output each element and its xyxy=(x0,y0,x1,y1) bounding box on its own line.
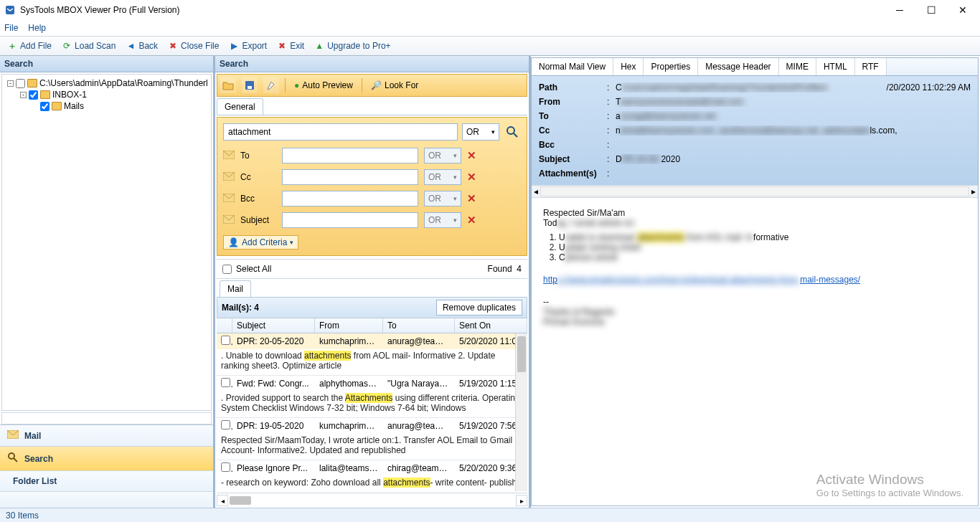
mail-to: "Ugra Narayan P... xyxy=(383,376,455,391)
chevron-down-icon: ▾ xyxy=(453,152,457,159)
remove-subject-button[interactable]: ✕ xyxy=(467,214,476,227)
to-operator-select[interactable]: OR▾ xyxy=(424,148,461,163)
criteria-subject-row: Subject OR▾ ✕ xyxy=(223,212,521,228)
mails-count-label: Mail(s): 4 xyxy=(222,303,259,313)
close-button[interactable]: ✕ xyxy=(953,3,973,17)
main-toolbar: ＋Add File ⟳Load Scan ◄Back ✖Close File ▶… xyxy=(0,36,980,56)
back-button[interactable]: ◄Back xyxy=(121,39,162,52)
open-icon[interactable] xyxy=(220,77,236,93)
tree-inbox-checkbox[interactable] xyxy=(29,90,38,100)
mail-checkbox[interactable] xyxy=(221,378,230,387)
mail-snippet: . Unable to download attachments from AO… xyxy=(217,349,527,375)
look-for-button[interactable]: 🔎Look For xyxy=(368,79,421,92)
bcc-input[interactable] xyxy=(282,191,418,207)
tree-root-row[interactable]: - C:\Users\admin\AppData\Roaming\Thunder… xyxy=(4,77,209,89)
to-input[interactable] xyxy=(282,148,418,163)
export-button[interactable]: ▶Export xyxy=(225,39,271,52)
auto-preview-button[interactable]: ●Auto Preview xyxy=(291,79,356,92)
exit-icon: ✖ xyxy=(277,41,287,51)
menu-help[interactable]: Help xyxy=(28,23,46,33)
clear-icon[interactable] xyxy=(263,77,279,93)
nav-mail[interactable]: Mail xyxy=(0,425,213,447)
mail-tab[interactable]: Mail xyxy=(220,280,251,297)
mail-checkbox[interactable] xyxy=(221,462,230,472)
exit-button[interactable]: ✖Exit xyxy=(273,39,308,52)
preview-tab-message-header[interactable]: Message Header xyxy=(698,58,778,75)
preview-tab-html[interactable]: HTML xyxy=(816,58,855,75)
collapse-icon[interactable]: - xyxy=(20,92,27,98)
window-title: SysTools MBOX Viewer Pro (Full Version) xyxy=(20,5,890,15)
mail-list-vscroll[interactable] xyxy=(515,333,527,491)
envelope-icon xyxy=(223,194,235,204)
upgrade-button[interactable]: ▲Upgrade to Pro+ xyxy=(310,39,395,52)
bcc-operator-select[interactable]: OR▾ xyxy=(424,191,461,207)
folder-tree[interactable]: - C:\Users\admin\AppData\Roaming\Thunder… xyxy=(1,74,212,411)
export-icon: ▶ xyxy=(229,41,239,51)
select-all-checkbox[interactable]: Select All xyxy=(222,264,271,274)
mail-checkbox[interactable] xyxy=(221,336,230,345)
tab-general[interactable]: General xyxy=(217,98,263,115)
remove-to-button[interactable]: ✕ xyxy=(467,149,476,162)
scroll-right-icon[interactable]: ▸ xyxy=(516,495,527,506)
save-icon[interactable] xyxy=(242,77,258,93)
keyword-operator-select[interactable]: OR▾ xyxy=(462,123,499,141)
menu-file[interactable]: File xyxy=(4,23,18,33)
chevron-down-icon: ▾ xyxy=(290,239,293,246)
nav-folder-list[interactable]: Folder List xyxy=(0,471,213,492)
tree-root-checkbox[interactable] xyxy=(16,79,25,88)
search-execute-button[interactable] xyxy=(504,123,521,141)
nav-search[interactable]: Search xyxy=(0,447,213,471)
cc-input[interactable] xyxy=(282,169,418,185)
maximize-button[interactable]: ☐ xyxy=(921,3,941,17)
scroll-right-icon[interactable]: ▸ xyxy=(971,186,976,196)
preview-tab-rtf[interactable]: RTF xyxy=(855,58,887,75)
headers-hscroll[interactable]: ◂▸ xyxy=(532,185,978,198)
preview-tab-normal-mail-view[interactable]: Normal Mail View xyxy=(532,58,613,75)
load-scan-button[interactable]: ⟳Load Scan xyxy=(57,39,120,52)
mail-checkbox[interactable] xyxy=(221,420,230,430)
col-from[interactable]: From xyxy=(315,318,383,333)
left-nav: Mail Search Folder List xyxy=(0,424,213,508)
vscroll-thumb[interactable] xyxy=(517,336,526,372)
close-file-button[interactable]: ✖Close File xyxy=(164,39,223,52)
mail-item[interactable]: DPR: 20-05-2020kumchapriman@...anurag@te… xyxy=(217,333,527,376)
tree-hscroll[interactable] xyxy=(1,412,212,424)
add-criteria-button[interactable]: 👤 Add Criteria ▾ xyxy=(223,235,298,250)
preview-tab-properties[interactable]: Properties xyxy=(644,58,698,75)
preview-tab-mime[interactable]: MIME xyxy=(779,58,816,75)
mail-list-hscroll[interactable]: ◂ ▸ xyxy=(217,493,527,506)
cc-operator-select[interactable]: OR▾ xyxy=(424,169,461,185)
remove-duplicates-button[interactable]: Remove duplicates xyxy=(436,300,522,315)
mail-item[interactable]: Fwd: Fwd: Congr...alphythomas@te..."Ugra… xyxy=(217,376,527,418)
col-to[interactable]: To xyxy=(383,318,455,333)
body-link[interactable]: https://www.emailsystools.com/how-to/dow… xyxy=(543,275,860,285)
mail-item[interactable]: Please Ignore Pr...lalita@teamsysto...ch… xyxy=(217,460,527,491)
mail-item[interactable]: DPR: 19-05-2020kumchapriman@...anurag@te… xyxy=(217,418,527,460)
remove-bcc-button[interactable]: ✕ xyxy=(467,192,476,205)
back-arrow-icon: ◄ xyxy=(126,41,136,51)
hscroll-thumb[interactable] xyxy=(230,496,251,505)
tree-mails-row[interactable]: Mails xyxy=(4,100,209,112)
keyword-input[interactable] xyxy=(223,123,458,141)
col-subject[interactable]: Subject xyxy=(232,318,315,333)
sig-dashes: -- xyxy=(543,297,966,307)
subject-input[interactable] xyxy=(282,212,418,228)
scroll-left-icon[interactable]: ◂ xyxy=(217,495,228,506)
tree-mails-checkbox[interactable] xyxy=(40,102,50,111)
subject-operator-select[interactable]: OR▾ xyxy=(424,212,461,228)
preview-tab-hex[interactable]: Hex xyxy=(613,58,644,75)
lookfor-icon: 🔎 xyxy=(371,80,382,90)
middle-panel: Search ●Auto Preview 🔎Look For General O… xyxy=(215,56,531,508)
remove-cc-button[interactable]: ✕ xyxy=(467,171,476,184)
left-search-header: Search xyxy=(0,56,213,72)
tree-inbox-row[interactable]: - INBOX-1 xyxy=(4,89,209,100)
add-file-button[interactable]: ＋Add File xyxy=(3,39,56,52)
col-sent[interactable]: Sent On xyxy=(455,318,527,333)
criteria-cc-row: Cc OR▾ ✕ xyxy=(223,169,521,185)
folder-icon xyxy=(40,90,50,99)
minimize-button[interactable]: ─ xyxy=(890,3,910,17)
scroll-left-icon[interactable]: ◂ xyxy=(534,186,538,196)
plus-icon: ＋ xyxy=(7,41,17,51)
collapse-icon[interactable]: - xyxy=(7,80,14,87)
criteria-panel: OR▾ To OR▾ ✕ Cc OR▾ ✕ Bcc OR▾ xyxy=(217,117,527,256)
